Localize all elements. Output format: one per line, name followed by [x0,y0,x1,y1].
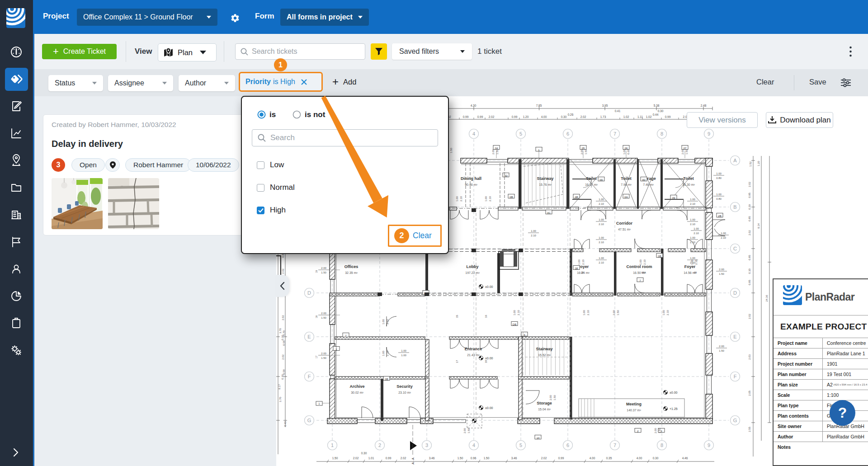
svg-text:4.00: 4.00 [541,115,547,118]
svg-text:09: 09 [672,197,675,199]
svg-text:0.70: 0.70 [283,330,285,335]
svg-text:Archive: Archive [349,384,364,389]
svg-text:G: G [307,418,311,423]
svg-text:90.46 m²: 90.46 m² [465,183,477,186]
svg-text:2.02: 2.02 [282,268,284,273]
svg-text:±0.00: ±0.00 [485,285,493,288]
svg-text:1.20: 1.20 [757,161,760,166]
svg-text:0.58: 0.58 [283,369,285,374]
svg-text:30.02 m²: 30.02 m² [351,391,363,394]
svg-text:08: 08 [575,196,578,198]
svg-text:0B: 0B [509,196,513,198]
svg-text:32.35 m²: 32.35 m² [345,271,358,274]
svg-text:1.50: 1.50 [332,457,338,460]
svg-text:2.00: 2.00 [549,395,552,400]
svg-text:1.00: 1.00 [693,227,699,230]
svg-text:2.10: 2.10 [690,241,695,244]
svg-text:0.99: 0.99 [463,115,469,118]
svg-text:1.73: 1.73 [600,115,606,118]
svg-text:07: 07 [684,147,687,150]
svg-text:1.00: 1.00 [599,218,604,221]
svg-text:0.80: 0.80 [716,177,722,179]
svg-text:Corridor: Corridor [616,221,632,226]
svg-text:Stairway: Stairway [537,176,553,181]
svg-text:4.00: 4.00 [590,457,595,460]
svg-text:2.55: 2.55 [748,427,751,432]
svg-text:0.30: 0.30 [361,452,367,455]
svg-text:0.30: 0.30 [281,374,284,379]
svg-text:1.01: 1.01 [368,457,374,460]
svg-text:Security: Security [396,384,413,389]
svg-text:1.52: 1.52 [749,161,752,167]
svg-text:1.00: 1.00 [401,354,406,357]
svg-text:E: E [307,334,311,339]
svg-text:1.00: 1.00 [513,310,516,315]
svg-text:0C: 0C [547,212,551,214]
svg-text:+1.25: +1.25 [670,407,678,410]
svg-text:1.00: 1.00 [662,310,665,315]
svg-text:7.46 m²: 7.46 m² [643,183,654,186]
svg-text:5: 5 [519,131,522,137]
svg-text:Entrance: Entrance [465,347,482,351]
svg-text:1.50: 1.50 [458,457,463,460]
svg-text:2.10: 2.10 [599,261,604,264]
svg-text:18: 18 [485,360,487,363]
svg-text:A - A: A - A [411,457,415,464]
svg-text:Stairway: Stairway [536,347,552,351]
svg-text:2.10: 2.10 [489,196,491,202]
svg-text:9: 9 [708,442,710,448]
svg-text:15.04 m²: 15.04 m² [538,408,551,411]
svg-text:0.85: 0.85 [748,193,751,198]
svg-text:17: 17 [456,360,458,363]
svg-text:C: C [733,246,737,251]
svg-text:0.30: 0.30 [658,109,664,113]
svg-text:0D: 0D [599,179,603,181]
svg-text:08: 08 [581,271,584,274]
svg-text:0.30: 0.30 [748,268,751,274]
svg-text:±0.00: ±0.00 [485,406,493,410]
svg-text:2.00: 2.00 [719,345,724,348]
svg-text:0.85: 0.85 [748,216,751,221]
svg-text:2.02: 2.02 [282,354,284,359]
svg-text:9: 9 [708,131,710,137]
svg-text:2.48: 2.48 [701,104,707,107]
svg-text:2.02: 2.02 [748,314,751,319]
svg-text:1.50: 1.50 [685,149,688,155]
svg-text:0.99: 0.99 [665,115,671,118]
svg-text:D: D [733,290,737,296]
svg-text:9.17: 9.17 [278,384,281,390]
svg-text:2.10: 2.10 [721,236,726,239]
svg-text:23.10 m²: 23.10 m² [398,391,411,394]
svg-text:1.50: 1.50 [553,395,556,400]
svg-text:7.85: 7.85 [536,104,542,107]
svg-text:Toilet: Toilet [683,176,693,181]
svg-text:2: 2 [378,442,381,448]
svg-text:2.03: 2.03 [748,354,751,360]
svg-text:1.50: 1.50 [321,271,326,274]
svg-text:2.00: 2.00 [492,149,495,155]
svg-text:4: 4 [472,442,475,448]
svg-text:1.00: 1.00 [623,149,626,155]
svg-text:1.00: 1.00 [716,193,722,196]
svg-text:±0.00: ±0.00 [485,357,493,360]
svg-text:1.50: 1.50 [467,428,470,433]
svg-text:2.02: 2.02 [748,182,751,187]
svg-text:DB: DB [513,323,516,326]
svg-text:0.96: 0.96 [471,457,476,460]
svg-text:2.00: 2.00 [321,267,326,269]
svg-text:197.22 m²: 197.22 m² [465,271,480,274]
svg-text:4.30: 4.30 [471,104,476,107]
svg-text:0.30: 0.30 [281,335,284,340]
svg-text:7.90 m²: 7.90 m² [621,183,632,186]
svg-text:2.00: 2.00 [580,149,583,155]
svg-text:0.99: 0.99 [512,115,518,118]
svg-text:2.00: 2.00 [719,268,724,271]
svg-text:0.85: 0.85 [748,255,751,260]
svg-text:7: 7 [613,442,616,448]
svg-text:1.00: 1.00 [639,259,642,265]
svg-text:1.00: 1.00 [382,351,385,356]
svg-text:2.10: 2.10 [531,234,536,237]
svg-text:4.00: 4.00 [637,457,642,460]
svg-text:2.10: 2.10 [587,310,590,315]
svg-text:1.50: 1.50 [617,310,619,315]
